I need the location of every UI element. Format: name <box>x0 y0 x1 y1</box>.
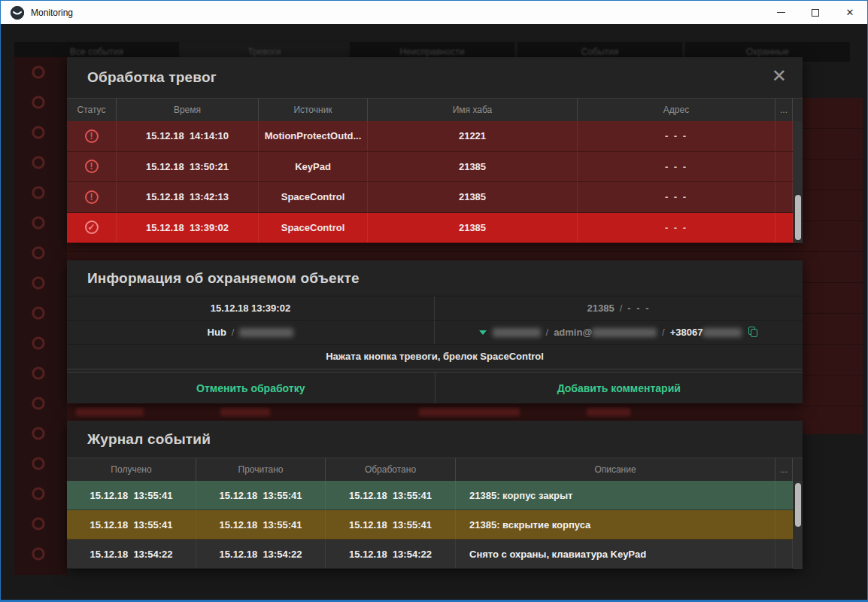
minimize-icon <box>777 12 785 13</box>
alert-icon: ! <box>85 190 99 204</box>
column-hubname: Имя хаба <box>368 99 578 121</box>
contact-name-redacted <box>493 328 541 337</box>
alarm-source: KeyPad <box>259 152 368 182</box>
client-area: Все события Тревоги Неисправности Событи… <box>1 24 867 600</box>
hub-number-address: 21385 / - - - <box>435 296 803 320</box>
contact-phone-redacted <box>703 328 742 337</box>
close-dialog-button[interactable]: ✕ <box>768 65 791 87</box>
column-received: Получено <box>67 458 196 481</box>
journal-scrollbar[interactable] <box>793 481 803 569</box>
journal-panel-title: Журнал событий <box>67 421 803 458</box>
alert-icon: ! <box>85 129 99 143</box>
alarm-time: 15.12.18 13:39:02 <box>117 213 259 243</box>
copy-icon[interactable] <box>748 327 758 338</box>
window-title: Monitoring <box>31 8 73 18</box>
alarm-hub: 21385 <box>368 152 578 182</box>
event-description: Снято с охраны, клавиатура KeyPad <box>456 540 775 568</box>
alarm-address: - - - <box>578 182 775 212</box>
event-read: 15.12.18 13:55:41 <box>196 510 326 539</box>
maximize-button[interactable] <box>798 1 833 24</box>
close-icon: ✕ <box>846 8 854 17</box>
info-panel-title: Информация об охраняемом объекте <box>67 260 803 296</box>
contact-phone-prefix: +38067 <box>670 327 703 338</box>
event-processed: 15.12.18 13:55:41 <box>326 481 456 509</box>
app-logo-icon <box>11 6 24 20</box>
alarm-datetime: 15.12.18 13:39:02 <box>67 296 435 320</box>
contact-info: / admin@ / +38067 <box>435 321 803 344</box>
event-row[interactable]: 15.12.18 13:55:41 15.12.18 13:55:41 15.1… <box>67 481 803 510</box>
dimmed-status-column <box>14 57 67 575</box>
alarm-row[interactable]: ! 15.12.18 13:50:21 KeyPad 21385 - - - <box>67 152 803 183</box>
alarm-source: SpaceControl <box>259 213 368 243</box>
column-read: Прочитано <box>196 458 326 481</box>
dimmed-row-fragment <box>419 408 520 416</box>
dropdown-icon[interactable] <box>479 330 487 335</box>
event-received: 15.12.18 13:54:22 <box>67 540 196 568</box>
event-row[interactable]: 15.12.18 13:55:41 15.12.18 13:55:41 15.1… <box>67 510 803 540</box>
alarm-address: - - - <box>578 213 775 243</box>
object-address: - - - <box>627 303 650 314</box>
alarm-row[interactable]: ! 15.12.18 13:42:13 SpaceControl 21385 -… <box>67 182 803 213</box>
column-processed: Обработано <box>326 458 456 481</box>
alarm-scrollbar-thumb[interactable] <box>795 195 801 240</box>
object-info-panel: Информация об охраняемом объекте 15.12.1… <box>67 260 803 403</box>
event-processed: 15.12.18 13:55:41 <box>326 510 456 539</box>
event-description: 21385: корпус закрыт <box>456 481 775 509</box>
titlebar: Monitoring ✕ <box>1 1 867 24</box>
action-buttons: Отменить обработку Добавить комментарий <box>67 372 803 403</box>
alarm-address: - - - <box>578 152 775 182</box>
app-window: Monitoring ✕ Все события Тревоги Неиспра… <box>0 0 868 602</box>
event-journal-panel: Журнал событий Получено Прочитано Обрабо… <box>67 421 803 569</box>
hub-id-redacted <box>239 328 293 337</box>
contact-email-redacted <box>592 328 657 337</box>
alarm-processing-panel: Обработка тревог ✕ Статус Время Источник… <box>67 57 803 243</box>
alarm-panel-title: Обработка тревог ✕ <box>67 57 803 98</box>
event-received: 15.12.18 13:55:41 <box>67 510 196 539</box>
column-address: Адрес <box>578 99 775 121</box>
column-time: Время <box>117 99 259 121</box>
journal-scrollbar-thumb[interactable] <box>795 483 801 527</box>
header-scroll-spacer <box>793 458 803 481</box>
dimmed-row-fragment <box>220 408 270 416</box>
alarm-scrollbar[interactable] <box>793 121 803 243</box>
alarm-hub: 21385 <box>368 182 578 212</box>
cancel-processing-button[interactable]: Отменить обработку <box>67 372 436 403</box>
alarm-address: - - - <box>578 121 775 151</box>
alarm-time: 15.12.18 13:50:21 <box>117 152 259 182</box>
column-more: ... <box>775 99 793 121</box>
alarm-source: SpaceControl <box>259 182 368 212</box>
alarm-source: MotionProtectOutd... <box>259 121 368 151</box>
journal-table-body: 15.12.18 13:55:41 15.12.18 13:55:41 15.1… <box>67 481 803 569</box>
alarm-time: 15.12.18 14:14:10 <box>117 121 259 151</box>
hub-id: Hub / <box>67 321 435 344</box>
dimmed-row-fragment <box>76 408 144 416</box>
event-read: 15.12.18 13:55:41 <box>196 481 326 509</box>
event-processed: 15.12.18 13:54:22 <box>326 540 456 568</box>
processed-icon: ✓ <box>85 220 99 234</box>
alarm-row-selected[interactable]: ✓ 15.12.18 13:39:02 SpaceControl 21385 -… <box>67 213 803 244</box>
close-window-button[interactable]: ✕ <box>833 1 867 24</box>
column-source: Источник <box>259 99 368 121</box>
header-scroll-spacer <box>793 99 803 121</box>
column-description: Описание <box>456 458 775 481</box>
event-received: 15.12.18 13:55:41 <box>67 481 196 509</box>
contact-email-prefix: admin@ <box>554 327 592 338</box>
alarm-table-header: Статус Время Источник Имя хаба Адрес ... <box>67 98 803 121</box>
maximize-icon <box>812 9 819 17</box>
column-status: Статус <box>67 99 117 121</box>
event-description: 21385: вскрытие корпуса <box>456 510 775 539</box>
alarm-hub: 21385 <box>368 213 578 243</box>
event-row[interactable]: 15.12.18 13:54:22 15.12.18 13:54:22 15.1… <box>67 540 803 569</box>
alarm-row[interactable]: ! 15.12.18 14:14:10 MotionProtectOutd...… <box>67 121 803 152</box>
info-row-datetime: 15.12.18 13:39:02 21385 / - - - <box>67 296 803 320</box>
alarm-table-body: ! 15.12.18 14:14:10 MotionProtectOutd...… <box>67 121 803 243</box>
journal-table-header: Получено Прочитано Обработано Описание .… <box>67 458 803 481</box>
dimmed-row-fragment <box>587 408 630 416</box>
alarm-time: 15.12.18 13:42:13 <box>117 182 259 212</box>
alert-icon: ! <box>85 160 99 173</box>
minimize-button[interactable] <box>763 1 798 24</box>
info-row-description: Нажата кнопка тревоги, брелок SpaceContr… <box>67 344 803 368</box>
event-read: 15.12.18 13:54:22 <box>196 540 326 568</box>
info-row-hub-contact: Hub / / admin@ / +38067 <box>67 320 803 344</box>
add-comment-button[interactable]: Добавить комментарий <box>436 372 803 403</box>
